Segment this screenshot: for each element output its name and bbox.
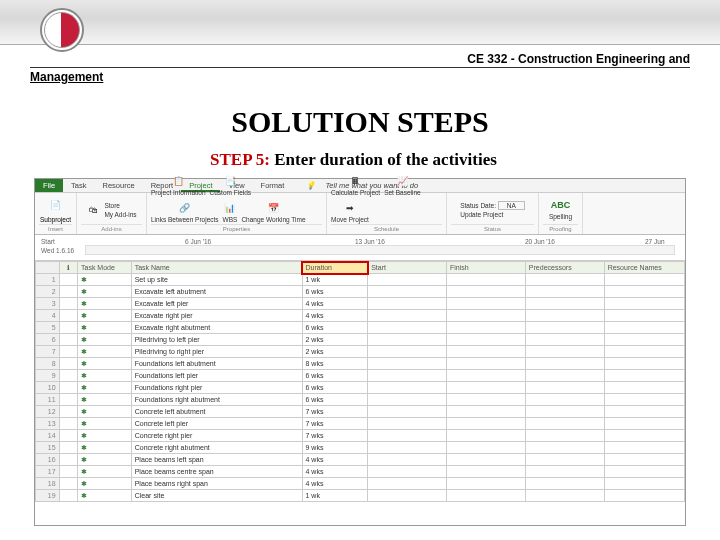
project-info-icon[interactable]: 📋 — [171, 174, 185, 188]
row-duration[interactable]: 6 wks — [302, 322, 368, 334]
table-row[interactable]: 12✱Concrete left abutment7 wks — [36, 406, 685, 418]
row-finish[interactable] — [447, 406, 526, 418]
store-icon[interactable]: 🛍 — [86, 203, 100, 217]
tab-task[interactable]: Task — [63, 179, 94, 192]
row-pred[interactable] — [525, 334, 604, 346]
row-start[interactable] — [368, 478, 447, 490]
row-res[interactable] — [604, 478, 684, 490]
row-res[interactable] — [604, 382, 684, 394]
table-row[interactable]: 11✱Foundations right abutment6 wks — [36, 394, 685, 406]
row-finish[interactable] — [447, 466, 526, 478]
row-name[interactable]: Concrete right pier — [131, 430, 302, 442]
row-name[interactable]: Clear site — [131, 490, 302, 502]
row-duration[interactable]: 4 wks — [302, 454, 368, 466]
row-res[interactable] — [604, 298, 684, 310]
table-row[interactable]: 17✱Place beams centre span4 wks — [36, 466, 685, 478]
row-name[interactable]: Place beams centre span — [131, 466, 302, 478]
row-pred[interactable] — [525, 322, 604, 334]
row-start[interactable] — [368, 310, 447, 322]
row-start[interactable] — [368, 466, 447, 478]
row-start[interactable] — [368, 430, 447, 442]
table-row[interactable]: 8✱Foundations left abutment8 wks — [36, 358, 685, 370]
row-start[interactable] — [368, 322, 447, 334]
row-start[interactable] — [368, 274, 447, 286]
table-row[interactable]: 10✱Foundations right pier6 wks — [36, 382, 685, 394]
row-pred[interactable] — [525, 406, 604, 418]
row-start[interactable] — [368, 442, 447, 454]
row-duration[interactable]: 6 wks — [302, 382, 368, 394]
table-row[interactable]: 2✱Excavate left abutment6 wks — [36, 286, 685, 298]
row-res[interactable] — [604, 466, 684, 478]
row-name[interactable]: Foundations left abutment — [131, 358, 302, 370]
row-start[interactable] — [368, 298, 447, 310]
row-duration[interactable]: 4 wks — [302, 478, 368, 490]
row-start[interactable] — [368, 454, 447, 466]
row-duration[interactable]: 6 wks — [302, 370, 368, 382]
row-start[interactable] — [368, 286, 447, 298]
table-row[interactable]: 6✱Piledriving to left pier2 wks — [36, 334, 685, 346]
timeline-track[interactable] — [85, 245, 675, 255]
move-icon[interactable]: ➡ — [343, 201, 357, 215]
table-row[interactable]: 19✱Clear site1 wk — [36, 490, 685, 502]
row-name[interactable]: Excavate left pier — [131, 298, 302, 310]
tab-file[interactable]: File — [35, 179, 63, 192]
row-duration[interactable]: 7 wks — [302, 406, 368, 418]
row-name[interactable]: Excavate right abutment — [131, 322, 302, 334]
col-pred[interactable]: Predecessors — [525, 262, 604, 274]
col-info[interactable]: ℹ — [59, 262, 77, 274]
table-row[interactable]: 9✱Foundations left pier6 wks — [36, 370, 685, 382]
row-pred[interactable] — [525, 382, 604, 394]
row-start[interactable] — [368, 394, 447, 406]
row-name[interactable]: Set up site — [131, 274, 302, 286]
col-mode[interactable]: Task Mode — [78, 262, 132, 274]
row-pred[interactable] — [525, 466, 604, 478]
row-duration[interactable]: 7 wks — [302, 418, 368, 430]
row-pred[interactable] — [525, 310, 604, 322]
links-icon[interactable]: 🔗 — [178, 201, 192, 215]
row-finish[interactable] — [447, 286, 526, 298]
row-res[interactable] — [604, 334, 684, 346]
baseline-icon[interactable]: 📈 — [395, 174, 409, 188]
row-res[interactable] — [604, 442, 684, 454]
row-pred[interactable] — [525, 442, 604, 454]
row-pred[interactable] — [525, 274, 604, 286]
row-pred[interactable] — [525, 394, 604, 406]
row-duration[interactable]: 8 wks — [302, 358, 368, 370]
row-name[interactable]: Foundations left pier — [131, 370, 302, 382]
table-row[interactable]: 1✱Set up site1 wk — [36, 274, 685, 286]
table-row[interactable]: 14✱Concrete right pier7 wks — [36, 430, 685, 442]
row-name[interactable]: Piledriving to left pier — [131, 334, 302, 346]
wbs-icon[interactable]: 📊 — [223, 201, 237, 215]
row-pred[interactable] — [525, 478, 604, 490]
calculate-icon[interactable]: 🖩 — [349, 174, 363, 188]
row-finish[interactable] — [447, 490, 526, 502]
table-row[interactable]: 5✱Excavate right abutment6 wks — [36, 322, 685, 334]
row-finish[interactable] — [447, 370, 526, 382]
row-duration[interactable]: 6 wks — [302, 286, 368, 298]
row-finish[interactable] — [447, 478, 526, 490]
row-res[interactable] — [604, 346, 684, 358]
table-row[interactable]: 4✱Excavate right pier4 wks — [36, 310, 685, 322]
row-name[interactable]: Place beams right span — [131, 478, 302, 490]
row-finish[interactable] — [447, 430, 526, 442]
table-row[interactable]: 13✱Concrete left pier7 wks — [36, 418, 685, 430]
row-name[interactable]: Excavate right pier — [131, 310, 302, 322]
row-start[interactable] — [368, 418, 447, 430]
row-duration[interactable]: 1 wk — [302, 490, 368, 502]
table-row[interactable]: 15✱Concrete right abutment9 wks — [36, 442, 685, 454]
row-pred[interactable] — [525, 418, 604, 430]
row-res[interactable] — [604, 490, 684, 502]
row-start[interactable] — [368, 382, 447, 394]
row-start[interactable] — [368, 406, 447, 418]
tab-resource[interactable]: Resource — [95, 179, 143, 192]
change-wt-icon[interactable]: 📅 — [266, 201, 280, 215]
row-finish[interactable] — [447, 418, 526, 430]
row-pred[interactable] — [525, 370, 604, 382]
row-res[interactable] — [604, 394, 684, 406]
row-name[interactable]: Concrete right abutment — [131, 442, 302, 454]
table-row[interactable]: 16✱Place beams left span4 wks — [36, 454, 685, 466]
row-name[interactable]: Foundations right abutment — [131, 394, 302, 406]
row-duration[interactable]: 7 wks — [302, 430, 368, 442]
row-name[interactable]: Place beams left span — [131, 454, 302, 466]
row-start[interactable] — [368, 334, 447, 346]
